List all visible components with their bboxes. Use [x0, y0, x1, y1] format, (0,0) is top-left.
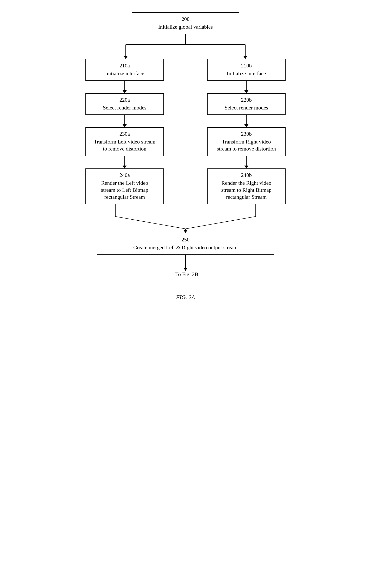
box-240b: 240b Render the Right videostream to Rig… — [207, 168, 285, 204]
svg-marker-14 — [184, 268, 187, 271]
diagram-container: 200 Initialize global variables 210a Ini… — [0, 0, 371, 588]
box-220b-id: 220b — [212, 97, 281, 103]
box-230a-label: Transform Left video streamto remove dis… — [90, 138, 159, 152]
to-fig-label: To Fig. 2B — [175, 271, 198, 277]
two-col-section: 210a Initialize interface 220a Select re… — [82, 59, 289, 204]
box-250: 250 Create merged Left & Right video out… — [97, 233, 274, 255]
svg-marker-4 — [124, 56, 128, 59]
box-240a-label: Render the Left videostream to Left Bitm… — [90, 179, 159, 200]
box-250-label: Create merged Left & Right video output … — [101, 244, 270, 251]
left-column: 210a Initialize interface 220a Select re… — [82, 59, 167, 204]
box-200-id: 200 — [136, 16, 235, 22]
box-210b-id: 210b — [212, 63, 281, 69]
box-230b-id: 230b — [212, 131, 281, 137]
box-220b: 220b Select render modes — [207, 93, 285, 115]
branch-svg — [82, 34, 289, 59]
right-column: 210b Initialize interface 220b Select re… — [204, 59, 289, 204]
box-210b: 210b Initialize interface — [207, 59, 285, 81]
svg-line-8 — [115, 217, 186, 229]
box-220a-label: Select render modes — [90, 104, 159, 111]
merge-svg — [72, 204, 299, 233]
box-220b-label: Select render modes — [212, 104, 281, 111]
box-240b-label: Render the Right videostream to Right Bi… — [212, 179, 281, 200]
box-230b: 230b Transform Right videostream to remo… — [207, 127, 285, 156]
box-210a: 210a Initialize interface — [86, 59, 164, 81]
box-210b-label: Initialize interface — [212, 70, 281, 77]
box-200: 200 Initialize global variables — [132, 12, 239, 34]
box-230a-id: 230a — [90, 131, 159, 137]
box-200-label: Initialize global variables — [136, 23, 235, 31]
box-240a-id: 240a — [90, 172, 159, 178]
figure-label: FIG. 2A — [176, 294, 195, 301]
svg-line-10 — [186, 217, 256, 229]
box-230b-label: Transform Right videostream to remove di… — [212, 138, 281, 152]
box-210a-label: Initialize interface — [90, 70, 159, 77]
box-240b-id: 240b — [212, 172, 281, 178]
box-220a-id: 220a — [90, 97, 159, 103]
svg-marker-12 — [184, 230, 187, 233]
box-250-id: 250 — [101, 237, 270, 243]
bottom-arrow-svg — [175, 255, 196, 271]
to-fig-row: To Fig. 2B — [173, 271, 198, 277]
box-210a-id: 210a — [90, 63, 159, 69]
box-220a: 220a Select render modes — [86, 93, 164, 115]
box-240a: 240a Render the Left videostream to Left… — [86, 168, 164, 204]
box-230a: 230a Transform Left video streamto remov… — [86, 127, 164, 156]
svg-marker-6 — [243, 56, 247, 59]
